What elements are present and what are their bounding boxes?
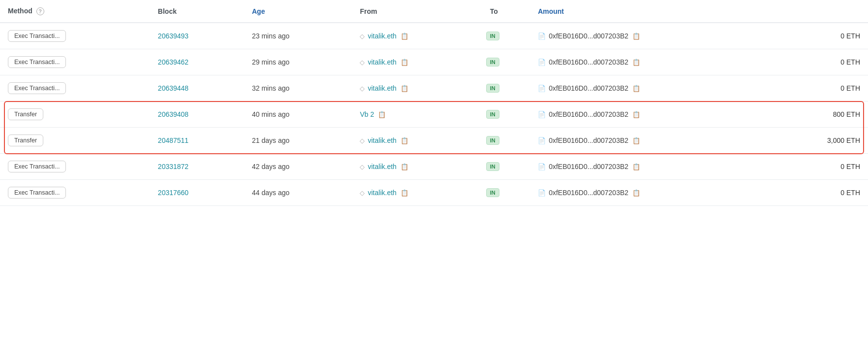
to-cell: 📄0xfEB016D0...d007203B2📋 xyxy=(530,49,769,75)
from-link[interactable]: vitalik.eth xyxy=(368,136,396,144)
age-cell: 42 days ago xyxy=(244,154,352,180)
method-cell: Transfer xyxy=(0,101,150,128)
block-link[interactable]: 20487511 xyxy=(158,136,188,144)
direction-cell: IN xyxy=(482,180,530,206)
method-cell: Exec Transacti... xyxy=(0,180,150,206)
block-link[interactable]: 20639408 xyxy=(158,110,188,118)
method-cell: Exec Transacti... xyxy=(0,23,150,49)
copy-from-icon[interactable]: 📋 xyxy=(401,59,408,66)
table-row: Exec Transacti...2031766044 days ago◇vit… xyxy=(0,180,868,206)
table-row: Transfer2063940840 mins agoVb 2📋IN📄0xfEB… xyxy=(0,101,868,128)
method-button[interactable]: Exec Transacti... xyxy=(8,161,66,172)
copy-from-icon[interactable]: 📋 xyxy=(401,163,408,170)
method-button[interactable]: Exec Transacti... xyxy=(8,82,66,94)
block-link[interactable]: 20639493 xyxy=(158,32,188,40)
to-address: 0xfEB016D0...d007203B2 xyxy=(549,136,628,144)
age-cell: 44 days ago xyxy=(244,180,352,206)
method-cell: Transfer xyxy=(0,128,150,154)
table-row: Exec Transacti...2063949323 mins ago◇vit… xyxy=(0,23,868,49)
copy-to-icon[interactable]: 📋 xyxy=(632,189,640,197)
copy-from-icon[interactable]: 📋 xyxy=(401,189,408,197)
table-row: Exec Transacti...2033187242 days ago◇vit… xyxy=(0,154,868,180)
diamond-icon: ◇ xyxy=(360,85,365,92)
from-link[interactable]: vitalik.eth xyxy=(368,189,396,197)
from-link[interactable]: vitalik.eth xyxy=(368,32,396,40)
copy-to-icon[interactable]: 📋 xyxy=(632,111,640,118)
direction-cell: IN xyxy=(482,49,530,75)
amount-cell: 800 ETH xyxy=(769,101,868,128)
method-cell: Exec Transacti... xyxy=(0,49,150,75)
block-cell: 20487511 xyxy=(150,128,244,154)
copy-to-icon[interactable]: 📋 xyxy=(632,137,640,144)
col-amount[interactable]: Amount xyxy=(530,0,769,23)
method-cell: Exec Transacti... xyxy=(0,154,150,180)
from-cell: ◇vitalik.eth📋 xyxy=(352,75,482,101)
to-address: 0xfEB016D0...d007203B2 xyxy=(549,163,628,170)
from-link[interactable]: vitalik.eth xyxy=(368,163,396,170)
direction-cell: IN xyxy=(482,23,530,49)
to-cell: 📄0xfEB016D0...d007203B2📋 xyxy=(530,75,769,101)
in-badge: IN xyxy=(486,32,499,40)
table-body: Exec Transacti...2063949323 mins ago◇vit… xyxy=(0,23,868,206)
from-link[interactable]: vitalik.eth xyxy=(368,58,396,66)
in-badge: IN xyxy=(486,136,499,145)
copy-to-icon[interactable]: 📋 xyxy=(632,33,640,40)
copy-from-icon[interactable]: 📋 xyxy=(401,33,408,40)
from-cell: ◇vitalik.eth📋 xyxy=(352,154,482,180)
col-to: To xyxy=(482,0,530,23)
method-help-icon[interactable]: ? xyxy=(36,7,44,15)
method-button[interactable]: Transfer xyxy=(8,135,43,146)
amount-cell: 3,000 ETH xyxy=(769,128,868,154)
method-button[interactable]: Transfer xyxy=(8,108,43,120)
in-badge: IN xyxy=(486,188,499,197)
age-cell: 21 days ago xyxy=(244,128,352,154)
table-row: Transfer2048751121 days ago◇vitalik.eth📋… xyxy=(0,128,868,154)
to-address: 0xfEB016D0...d007203B2 xyxy=(549,189,628,197)
contract-icon: 📄 xyxy=(538,189,546,197)
copy-to-icon[interactable]: 📋 xyxy=(632,85,640,92)
copy-to-icon[interactable]: 📋 xyxy=(632,59,640,66)
method-button[interactable]: Exec Transacti... xyxy=(8,56,66,68)
to-address: 0xfEB016D0...d007203B2 xyxy=(549,32,628,40)
method-button[interactable]: Exec Transacti... xyxy=(8,30,66,42)
amount-cell: 0 ETH xyxy=(769,154,868,180)
amount-cell: 0 ETH xyxy=(769,180,868,206)
in-badge: IN xyxy=(486,84,499,93)
block-link[interactable]: 20639462 xyxy=(158,58,188,66)
col-method-label: Method xyxy=(8,7,32,15)
col-from-label: From xyxy=(360,7,377,15)
diamond-icon: ◇ xyxy=(360,189,365,197)
to-cell: 📄0xfEB016D0...d007203B2📋 xyxy=(530,128,769,154)
amount-cell: 0 ETH xyxy=(769,49,868,75)
age-cell: 40 mins ago xyxy=(244,101,352,128)
amount-cell: 0 ETH xyxy=(769,23,868,49)
from-link[interactable]: Vb 2 xyxy=(360,110,374,118)
copy-from-icon[interactable]: 📋 xyxy=(378,111,386,118)
from-cell: ◇vitalik.eth📋 xyxy=(352,180,482,206)
direction-cell: IN xyxy=(482,75,530,101)
copy-from-icon[interactable]: 📋 xyxy=(401,85,408,92)
from-cell: ◇vitalik.eth📋 xyxy=(352,128,482,154)
in-badge: IN xyxy=(486,110,499,119)
col-age[interactable]: Age xyxy=(244,0,352,23)
block-link[interactable]: 20331872 xyxy=(158,163,188,170)
table-row: Exec Transacti...2063944832 mins ago◇vit… xyxy=(0,75,868,101)
method-button[interactable]: Exec Transacti... xyxy=(8,187,66,199)
in-badge: IN xyxy=(486,162,499,171)
age-cell: 32 mins ago xyxy=(244,75,352,101)
block-link[interactable]: 20639448 xyxy=(158,84,188,92)
to-cell: 📄0xfEB016D0...d007203B2📋 xyxy=(530,23,769,49)
block-cell: 20639462 xyxy=(150,49,244,75)
to-address: 0xfEB016D0...d007203B2 xyxy=(549,58,628,66)
copy-from-icon[interactable]: 📋 xyxy=(401,137,408,144)
copy-to-icon[interactable]: 📋 xyxy=(632,163,640,170)
block-link[interactable]: 20317660 xyxy=(158,189,188,197)
in-badge: IN xyxy=(486,58,499,67)
block-cell: 20317660 xyxy=(150,180,244,206)
contract-icon: 📄 xyxy=(538,59,546,66)
from-link[interactable]: vitalik.eth xyxy=(368,84,396,92)
col-amount-label: Amount xyxy=(538,7,564,15)
to-cell: 📄0xfEB016D0...d007203B2📋 xyxy=(530,101,769,128)
transactions-table-container: Method ? Block Age From To Amount xyxy=(0,0,868,338)
diamond-icon: ◇ xyxy=(360,59,365,66)
